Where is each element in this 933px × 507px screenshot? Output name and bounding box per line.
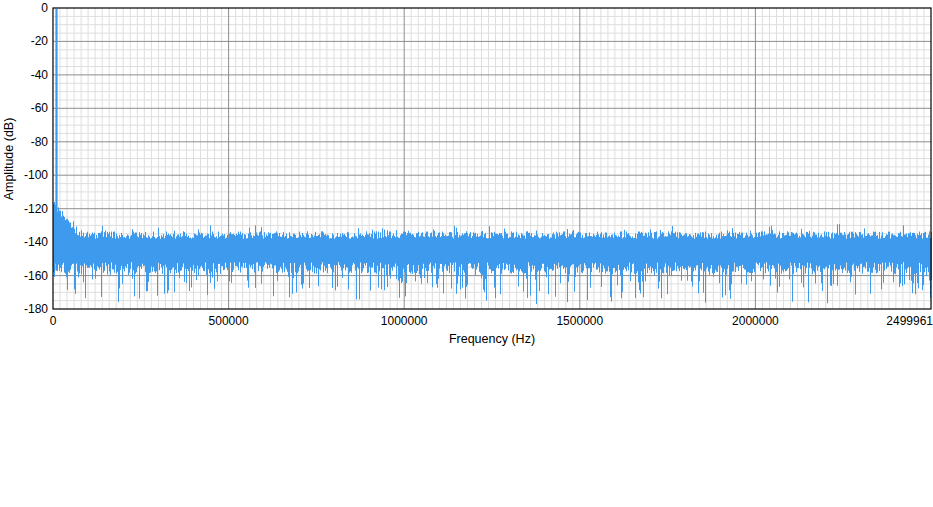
fft-spectrum-chart-panel: 0-20-40-60-80-100-120-140-160-1800500000…	[0, 0, 933, 352]
svg-text:-100: -100	[24, 168, 48, 182]
svg-text:2000000: 2000000	[732, 314, 779, 328]
svg-text:1000000: 1000000	[381, 314, 428, 328]
fft-analysis-panel: FFT Analysis Max Amplitude 4.742 V 25539…	[0, 352, 933, 507]
svg-text:-160: -160	[24, 269, 48, 283]
svg-text:0: 0	[41, 1, 48, 15]
svg-text:-180: -180	[24, 302, 48, 316]
fft-spectrum-chart: 0-20-40-60-80-100-120-140-160-1800500000…	[0, 0, 933, 352]
svg-text:Amplitude (dB): Amplitude (dB)	[2, 118, 16, 201]
svg-text:-60: -60	[31, 101, 49, 115]
svg-text:500000: 500000	[209, 314, 249, 328]
svg-text:Frequency (Hz): Frequency (Hz)	[449, 332, 535, 346]
svg-text:-80: -80	[31, 135, 49, 149]
svg-text:-120: -120	[24, 202, 48, 216]
svg-text:2499961: 2499961	[886, 314, 933, 328]
svg-text:0: 0	[50, 314, 57, 328]
svg-text:-140: -140	[24, 235, 48, 249]
svg-text:-40: -40	[31, 68, 49, 82]
svg-text:1500000: 1500000	[556, 314, 603, 328]
svg-text:-20: -20	[31, 34, 49, 48]
